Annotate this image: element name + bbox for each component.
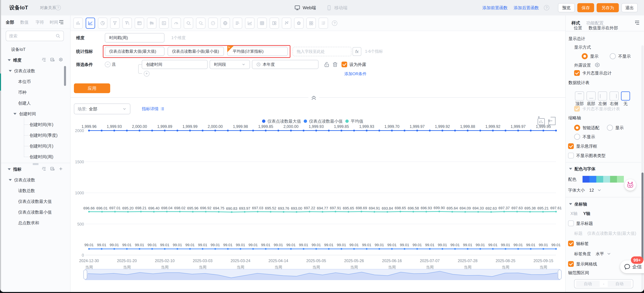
grid-line-checkbox[interactable] (568, 261, 574, 267)
caret-down-icon[interactable] (8, 168, 11, 170)
measure-field-pill[interactable]: 仪表点读数最大值(最大值) (105, 47, 164, 56)
add-or-link[interactable]: 添加OR条件 (344, 71, 366, 76)
measure-field-pill[interactable]: fx 平均值(计算指标) (227, 47, 288, 56)
tab-web[interactable]: Web端 (294, 5, 316, 11)
expose-checkbox[interactable] (342, 62, 347, 67)
gear-icon[interactable] (594, 62, 600, 68)
palette-color-2[interactable] (590, 176, 596, 183)
palette-color-3[interactable] (596, 176, 603, 183)
tree-item[interactable]: 创建人 (0, 98, 70, 108)
scene-select[interactable]: 场景: 全部 (74, 104, 130, 114)
tab-mobile[interactable]: 移动端 (326, 5, 347, 11)
font-size-value[interactable]: 12 (589, 188, 594, 193)
measure-group[interactable]: 指标 (0, 164, 70, 175)
chart-type-detail-list[interactable] (319, 18, 328, 29)
caret-down-icon[interactable] (9, 179, 12, 181)
caret-down-icon[interactable] (8, 59, 11, 61)
tree-item[interactable]: 总点数求和 (0, 218, 70, 228)
tab-string[interactable]: 字符 (36, 19, 44, 25)
plus-icon[interactable] (58, 166, 63, 172)
dimension-group[interactable]: 维度 (0, 55, 70, 65)
chart-type-bar-race[interactable] (233, 18, 242, 29)
tree-item[interactable]: 币种 (0, 87, 70, 98)
fx-button[interactable]: fx (352, 47, 361, 56)
chart-type-china-map[interactable]: CN (184, 18, 193, 29)
sidebar-scrollbar-thumb[interactable] (64, 66, 66, 86)
range-max-input[interactable]: 自动 (608, 281, 631, 287)
palette-color-4[interactable] (603, 176, 610, 183)
stats-position-right[interactable] (610, 91, 619, 100)
section-caret-icon[interactable] (569, 168, 572, 170)
measure-object[interactable]: 仪表点读数 (0, 175, 70, 185)
chart-type-world-map[interactable] (220, 18, 230, 29)
hover-checkbox[interactable] (568, 143, 574, 149)
radio-show[interactable] (582, 53, 588, 59)
chart-type-line-area[interactable] (245, 18, 254, 29)
chart-type-funnel-compare[interactable] (122, 18, 132, 29)
filter-operator-select[interactable]: 时间段 (210, 60, 250, 69)
stats-position-left[interactable] (598, 91, 607, 100)
filter-value-input[interactable]: 本年度 (252, 60, 318, 69)
tab-all[interactable]: 全部 (6, 19, 14, 25)
caret-down-icon[interactable] (14, 113, 16, 115)
chart-type-pie-chart[interactable] (98, 18, 107, 29)
save-as-button[interactable]: 另存为 (597, 3, 619, 12)
card-total-checkbox[interactable] (574, 70, 580, 76)
angle-value[interactable]: 水平 (596, 251, 604, 257)
exit-button[interactable]: 退出 (622, 3, 638, 12)
tree-item[interactable]: 创建时间(年) (0, 119, 70, 130)
add-condition-button[interactable]: + (144, 71, 150, 76)
help-icon[interactable]: ? (56, 5, 61, 10)
add-pre-function-link[interactable]: 添加前置函数 (482, 5, 508, 10)
tab-y-axis[interactable]: Y轴 (583, 211, 590, 216)
lock-icon[interactable] (324, 61, 330, 68)
ai-assistant-button[interactable] (624, 179, 636, 191)
stats-position-none[interactable] (621, 91, 630, 100)
chevron-down-icon[interactable] (606, 251, 612, 256)
chart-type-bar-chart[interactable] (74, 18, 83, 29)
radio-smart-fit[interactable] (574, 125, 580, 131)
indent-icon[interactable] (42, 166, 46, 172)
chevron-down-icon[interactable] (597, 188, 602, 193)
preview-button[interactable]: 预览 (558, 3, 575, 12)
chart-type-radar[interactable] (294, 18, 304, 29)
chart-type-table[interactable] (135, 18, 144, 29)
chart-type-pivot-table[interactable] (257, 18, 267, 29)
tab-time[interactable]: 时间 (50, 19, 58, 25)
tree-item[interactable]: 读数总数 (0, 185, 70, 196)
measure-drop-zone[interactable]: 拖入字段至此处 (292, 47, 352, 56)
tree-section-divider[interactable] (0, 162, 70, 164)
palette-color-1[interactable] (582, 176, 590, 183)
gear-icon[interactable] (58, 57, 63, 63)
chart-type-block-grid[interactable] (306, 18, 316, 29)
metric-detail-link[interactable]: 指标详情 (142, 106, 164, 112)
tree-item[interactable]: 创建时间(周) (0, 151, 70, 162)
stats-position-bottom[interactable] (586, 91, 596, 100)
delete-icon[interactable] (332, 61, 338, 68)
collapse-panel-icon[interactable] (58, 20, 64, 25)
field-search-input[interactable]: 搜索 (6, 31, 64, 41)
card-stats-checkbox[interactable] (574, 106, 580, 112)
show-title-checkbox[interactable] (568, 221, 574, 226)
palette-color-6[interactable] (617, 176, 624, 183)
tree-root[interactable]: 设备IoT (0, 44, 70, 55)
axis-label-checkbox[interactable] (568, 241, 574, 246)
tree-item[interactable]: 仪表点读数最小值 (0, 207, 70, 218)
tree-item[interactable]: 创建时间 (0, 108, 70, 119)
chart-type-text-card[interactable] (159, 18, 169, 29)
radio-thumb-show[interactable] (607, 125, 613, 131)
indent-icon[interactable] (42, 57, 46, 63)
chart-type-line-chart[interactable] (86, 18, 95, 29)
save-button[interactable]: 保存 (577, 3, 594, 12)
chart-type-gauge[interactable] (172, 18, 181, 29)
palette-color-5[interactable] (610, 176, 617, 183)
tab-x-axis[interactable]: X轴 (570, 211, 578, 216)
tree-item[interactable]: 创建时间(季度) (0, 130, 70, 141)
range-min-input[interactable]: 自动 (576, 281, 600, 287)
section-caret-icon[interactable] (569, 203, 572, 205)
chart-type-scatter[interactable] (282, 18, 291, 29)
tree-item[interactable]: 本位币 (0, 76, 70, 87)
tree-item[interactable]: 创建时间(月) (0, 141, 70, 151)
radio-hide[interactable] (610, 53, 616, 59)
chart-type-world-scatter[interactable] (208, 18, 218, 29)
